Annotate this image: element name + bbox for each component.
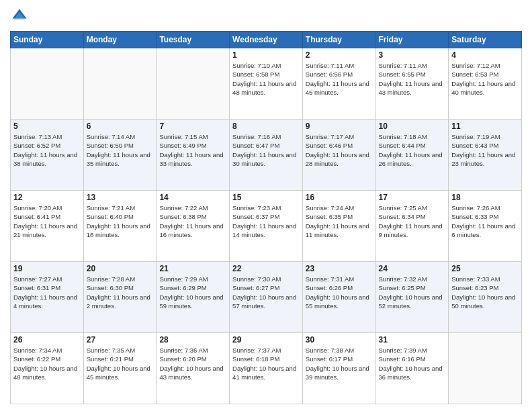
week-row-3: 12Sunrise: 7:20 AM Sunset: 6:41 PM Dayli… bbox=[11, 191, 522, 262]
day-number: 15 bbox=[232, 193, 300, 202]
day-info: Sunrise: 7:34 AM Sunset: 6:22 PM Dayligh… bbox=[13, 346, 81, 381]
week-row-4: 19Sunrise: 7:27 AM Sunset: 6:31 PM Dayli… bbox=[11, 262, 522, 333]
calendar-cell: 8Sunrise: 7:16 AM Sunset: 6:47 PM Daylig… bbox=[230, 120, 303, 191]
calendar-cell: 21Sunrise: 7:29 AM Sunset: 6:29 PM Dayli… bbox=[157, 262, 230, 333]
day-number: 24 bbox=[379, 264, 446, 273]
calendar-cell bbox=[83, 48, 157, 120]
day-number: 3 bbox=[379, 50, 446, 60]
calendar-cell: 28Sunrise: 7:36 AM Sunset: 6:20 PM Dayli… bbox=[157, 333, 230, 404]
calendar-cell: 20Sunrise: 7:28 AM Sunset: 6:30 PM Dayli… bbox=[83, 262, 157, 333]
day-info: Sunrise: 7:28 AM Sunset: 6:30 PM Dayligh… bbox=[87, 275, 154, 310]
day-info: Sunrise: 7:14 AM Sunset: 6:50 PM Dayligh… bbox=[87, 132, 154, 168]
day-info: Sunrise: 7:39 AM Sunset: 6:16 PM Dayligh… bbox=[379, 346, 446, 381]
calendar-cell: 19Sunrise: 7:27 AM Sunset: 6:31 PM Dayli… bbox=[11, 262, 84, 333]
day-number: 1 bbox=[232, 50, 300, 60]
day-info: Sunrise: 7:20 AM Sunset: 6:41 PM Dayligh… bbox=[13, 203, 81, 239]
day-number: 20 bbox=[87, 264, 154, 273]
day-number: 2 bbox=[306, 50, 373, 60]
day-number: 9 bbox=[306, 122, 373, 131]
logo bbox=[10, 7, 32, 26]
calendar-cell: 27Sunrise: 7:35 AM Sunset: 6:21 PM Dayli… bbox=[83, 333, 157, 404]
day-info: Sunrise: 7:37 AM Sunset: 6:18 PM Dayligh… bbox=[232, 346, 300, 381]
week-row-2: 5Sunrise: 7:13 AM Sunset: 6:52 PM Daylig… bbox=[11, 120, 522, 191]
calendar-cell: 2Sunrise: 7:11 AM Sunset: 6:56 PM Daylig… bbox=[302, 48, 375, 120]
calendar-cell: 18Sunrise: 7:26 AM Sunset: 6:33 PM Dayli… bbox=[449, 191, 522, 262]
weekday-header-sunday: Sunday bbox=[11, 32, 84, 48]
day-info: Sunrise: 7:26 AM Sunset: 6:33 PM Dayligh… bbox=[451, 203, 519, 239]
day-number: 7 bbox=[159, 122, 226, 131]
week-row-1: 1Sunrise: 7:10 AM Sunset: 6:58 PM Daylig… bbox=[11, 48, 522, 120]
calendar-cell: 9Sunrise: 7:17 AM Sunset: 6:46 PM Daylig… bbox=[302, 120, 375, 191]
day-info: Sunrise: 7:11 AM Sunset: 6:56 PM Dayligh… bbox=[306, 61, 373, 97]
calendar-cell: 1Sunrise: 7:10 AM Sunset: 6:58 PM Daylig… bbox=[230, 48, 303, 120]
day-number: 5 bbox=[13, 122, 81, 131]
day-number: 22 bbox=[232, 264, 300, 273]
day-number: 30 bbox=[306, 335, 373, 345]
calendar-cell: 30Sunrise: 7:38 AM Sunset: 6:17 PM Dayli… bbox=[302, 333, 375, 404]
calendar-cell: 26Sunrise: 7:34 AM Sunset: 6:22 PM Dayli… bbox=[11, 333, 84, 404]
calendar-cell: 25Sunrise: 7:33 AM Sunset: 6:23 PM Dayli… bbox=[449, 262, 522, 333]
day-info: Sunrise: 7:17 AM Sunset: 6:46 PM Dayligh… bbox=[306, 132, 373, 168]
day-info: Sunrise: 7:13 AM Sunset: 6:52 PM Dayligh… bbox=[13, 132, 81, 168]
day-info: Sunrise: 7:38 AM Sunset: 6:17 PM Dayligh… bbox=[306, 346, 373, 381]
day-number: 4 bbox=[451, 50, 519, 60]
weekday-header-thursday: Thursday bbox=[302, 32, 375, 48]
week-row-5: 26Sunrise: 7:34 AM Sunset: 6:22 PM Dayli… bbox=[11, 333, 522, 404]
calendar-cell: 17Sunrise: 7:25 AM Sunset: 6:34 PM Dayli… bbox=[375, 191, 449, 262]
day-number: 27 bbox=[87, 335, 154, 345]
calendar-cell: 7Sunrise: 7:15 AM Sunset: 6:49 PM Daylig… bbox=[157, 120, 230, 191]
day-number: 14 bbox=[159, 193, 226, 202]
day-info: Sunrise: 7:25 AM Sunset: 6:34 PM Dayligh… bbox=[379, 203, 446, 239]
day-number: 17 bbox=[379, 193, 446, 202]
day-number: 23 bbox=[306, 264, 373, 273]
day-info: Sunrise: 7:24 AM Sunset: 6:35 PM Dayligh… bbox=[306, 203, 373, 239]
day-info: Sunrise: 7:12 AM Sunset: 6:53 PM Dayligh… bbox=[451, 61, 519, 97]
calendar-cell: 5Sunrise: 7:13 AM Sunset: 6:52 PM Daylig… bbox=[11, 120, 84, 191]
day-info: Sunrise: 7:29 AM Sunset: 6:29 PM Dayligh… bbox=[159, 275, 226, 310]
calendar-cell bbox=[449, 333, 522, 404]
day-number: 18 bbox=[451, 193, 519, 202]
day-info: Sunrise: 7:10 AM Sunset: 6:58 PM Dayligh… bbox=[232, 61, 300, 97]
day-number: 28 bbox=[159, 335, 226, 345]
day-info: Sunrise: 7:30 AM Sunset: 6:27 PM Dayligh… bbox=[232, 275, 300, 310]
day-info: Sunrise: 7:22 AM Sunset: 6:38 PM Dayligh… bbox=[159, 203, 226, 239]
day-info: Sunrise: 7:23 AM Sunset: 6:37 PM Dayligh… bbox=[232, 203, 300, 239]
weekday-header-row: SundayMondayTuesdayWednesdayThursdayFrid… bbox=[11, 32, 522, 48]
header bbox=[10, 7, 522, 26]
day-number: 8 bbox=[232, 122, 300, 131]
calendar-cell: 31Sunrise: 7:39 AM Sunset: 6:16 PM Dayli… bbox=[375, 333, 449, 404]
logo-icon bbox=[10, 7, 29, 26]
calendar-cell bbox=[11, 48, 84, 120]
day-number: 13 bbox=[87, 193, 154, 202]
day-number: 6 bbox=[87, 122, 154, 131]
day-number: 29 bbox=[232, 335, 300, 345]
day-info: Sunrise: 7:15 AM Sunset: 6:49 PM Dayligh… bbox=[159, 132, 226, 168]
day-number: 19 bbox=[13, 264, 81, 273]
day-number: 25 bbox=[451, 264, 519, 273]
day-number: 16 bbox=[306, 193, 373, 202]
day-info: Sunrise: 7:21 AM Sunset: 6:40 PM Dayligh… bbox=[87, 203, 154, 239]
day-number: 21 bbox=[159, 264, 226, 273]
weekday-header-monday: Monday bbox=[83, 32, 157, 48]
day-info: Sunrise: 7:35 AM Sunset: 6:21 PM Dayligh… bbox=[87, 346, 154, 381]
calendar: SundayMondayTuesdayWednesdayThursdayFrid… bbox=[10, 31, 522, 404]
day-info: Sunrise: 7:36 AM Sunset: 6:20 PM Dayligh… bbox=[159, 346, 226, 381]
day-number: 31 bbox=[379, 335, 446, 345]
calendar-cell: 12Sunrise: 7:20 AM Sunset: 6:41 PM Dayli… bbox=[11, 191, 84, 262]
calendar-cell: 3Sunrise: 7:11 AM Sunset: 6:55 PM Daylig… bbox=[375, 48, 449, 120]
calendar-cell: 11Sunrise: 7:19 AM Sunset: 6:43 PM Dayli… bbox=[449, 120, 522, 191]
calendar-cell: 29Sunrise: 7:37 AM Sunset: 6:18 PM Dayli… bbox=[230, 333, 303, 404]
day-number: 12 bbox=[13, 193, 81, 202]
weekday-header-saturday: Saturday bbox=[449, 32, 522, 48]
day-info: Sunrise: 7:32 AM Sunset: 6:25 PM Dayligh… bbox=[379, 275, 446, 310]
calendar-cell: 10Sunrise: 7:18 AM Sunset: 6:44 PM Dayli… bbox=[375, 120, 449, 191]
day-info: Sunrise: 7:16 AM Sunset: 6:47 PM Dayligh… bbox=[232, 132, 300, 168]
day-number: 11 bbox=[451, 122, 519, 131]
calendar-cell: 4Sunrise: 7:12 AM Sunset: 6:53 PM Daylig… bbox=[449, 48, 522, 120]
day-info: Sunrise: 7:18 AM Sunset: 6:44 PM Dayligh… bbox=[379, 132, 446, 168]
weekday-header-friday: Friday bbox=[375, 32, 449, 48]
day-info: Sunrise: 7:19 AM Sunset: 6:43 PM Dayligh… bbox=[451, 132, 519, 168]
calendar-cell: 24Sunrise: 7:32 AM Sunset: 6:25 PM Dayli… bbox=[375, 262, 449, 333]
calendar-cell: 15Sunrise: 7:23 AM Sunset: 6:37 PM Dayli… bbox=[230, 191, 303, 262]
day-info: Sunrise: 7:27 AM Sunset: 6:31 PM Dayligh… bbox=[13, 275, 81, 310]
